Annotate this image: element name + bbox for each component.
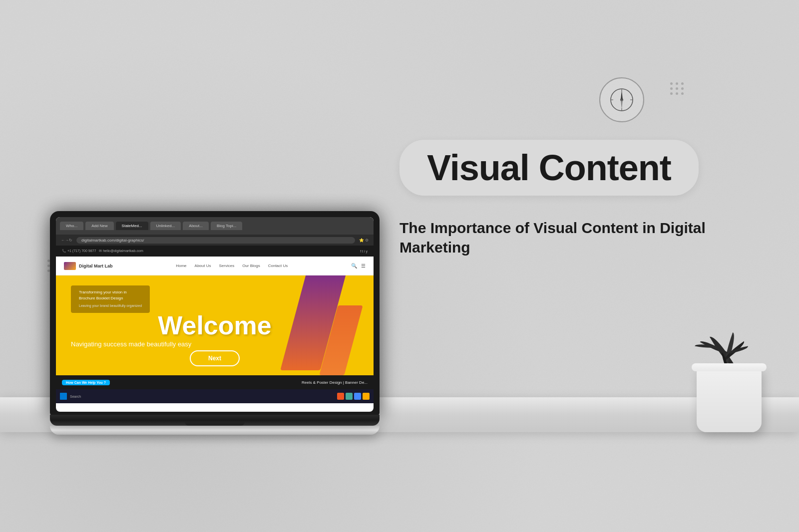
compass-icon [599,77,644,122]
hero-tagline: Navigating success made beautifully easy [71,340,274,348]
laptop-lid: Who... Add New StateMed... Unlinked... A… [50,211,380,416]
right-content-area: Visual Content The Importance of Visual … [400,140,749,257]
taskbar-app-icon [337,393,344,400]
headline-title: Visual Content [427,148,671,188]
hero-overlay-subtext: Leaving your brand beautifully organized [79,303,142,309]
ticker-bar: How Can We Help You ? Reels & Poster Des… [56,375,374,389]
browser-tab[interactable]: Blog Topi... [211,222,242,230]
laptop-feet [50,426,380,435]
dots-right-decoration [670,82,684,95]
laptop-base [50,415,380,426]
ticker-text: Reels & Poster Design | Banner De... [302,380,368,385]
website-top-bar: 📞 +1 (717) 700 9877 ✉ hello@digitalmartk… [56,246,374,257]
nav-items: Home About Us Services Our Blogs Contact… [176,264,288,268]
top-bar-contact: 📞 +1 (717) 700 9877 ✉ hello@digitalmartk… [62,249,143,253]
laptop: Who... Add New StateMed... Unlinked... A… [50,211,380,435]
hero-overlay-text: Transforming your vision inBrochure Book… [79,289,142,301]
browser-tab[interactable]: Unlinked... [150,222,181,230]
headline-subtitle: The Importance of Visual Content in Digi… [400,218,749,257]
hero-overlay: Transforming your vision inBrochure Book… [71,285,150,313]
taskbar-windows-icon [60,393,67,400]
browser-address-bar: ←→↻ digitalmartkab.com/digital-graphics/… [56,235,374,246]
website-nav: Digital Mart Lab Home About Us Services … [56,257,374,275]
next-button[interactable]: Next [190,350,240,366]
browser-tab[interactable]: About... [183,222,209,230]
hero-section: Transforming your vision inBrochure Book… [56,275,374,375]
address-input[interactable]: digitalmartkab.com/digital-graphics/ [76,237,355,244]
laptop-screen: Who... Add New StateMed... Unlinked... A… [56,217,374,412]
top-bar-social: f t i y [360,250,368,253]
logo-area: Digital Mart Lab [64,262,113,270]
browser-tab[interactable]: Add New [85,222,113,230]
nav-blogs[interactable]: Our Blogs [242,264,260,268]
nav-home[interactable]: Home [176,264,186,268]
visual-content-pill: Visual Content [400,140,699,196]
browser-tab-active[interactable]: StateMed... [116,222,148,230]
hero-welcome: Welcome [158,310,271,340]
taskbar: Search [56,389,374,403]
logo-icon [64,262,76,270]
svg-point-1 [620,98,623,101]
taskbar-app-icon [354,393,361,400]
browser-tab[interactable]: Who... [60,222,83,230]
ticker-badge: How Can We Help You ? [62,380,110,385]
plant-pot [697,367,762,432]
taskbar-app-icon [346,393,353,400]
laptop-body: Who... Add New StateMed... Unlinked... A… [50,211,380,435]
compass-decoration [599,77,644,122]
nav-contact[interactable]: Contact Us [268,264,288,268]
taskbar-app-icon [363,393,370,400]
logo-text: Digital Mart Lab [79,264,113,268]
nav-about[interactable]: About Us [195,264,211,268]
browser-chrome: Who... Add New StateMed... Unlinked... A… [56,217,374,235]
plant-leaves [689,272,769,372]
nav-services[interactable]: Services [219,264,234,268]
